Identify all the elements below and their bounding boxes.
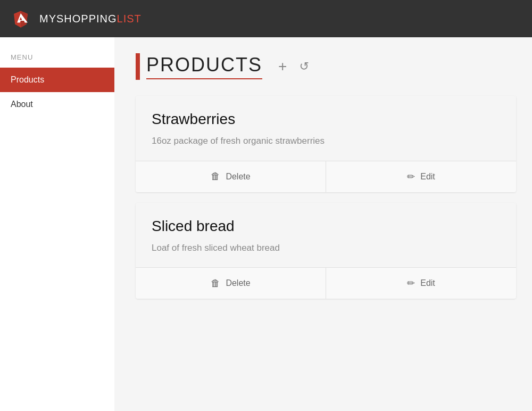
delete-button[interactable]: 🗑 Delete: [136, 268, 326, 299]
product-card-actions: 🗑 Delete ✏ Edit: [136, 267, 516, 299]
product-description: Loaf of fresh sliced wheat bread: [152, 241, 500, 255]
product-list: Strawberries 16oz package of fresh organ…: [136, 96, 516, 299]
page-title-accent: [136, 53, 140, 80]
sidebar-item-about[interactable]: About: [0, 92, 114, 117]
sidebar-item-products[interactable]: Products: [0, 68, 114, 92]
product-card-body: Strawberries 16oz package of fresh organ…: [136, 96, 516, 161]
page-header: PRODUCTS + ↻: [136, 53, 516, 80]
app-title: MYSHOPPINGLIST: [39, 13, 142, 25]
page-title: PRODUCTS: [146, 54, 262, 79]
edit-label: Edit: [420, 278, 435, 288]
edit-button[interactable]: ✏ Edit: [326, 161, 516, 192]
edit-icon: ✏: [407, 171, 415, 183]
delete-button[interactable]: 🗑 Delete: [136, 161, 326, 192]
sidebar-menu-label: MENU: [0, 53, 114, 68]
product-card: Strawberries 16oz package of fresh organ…: [136, 96, 516, 192]
app-logo: [11, 9, 31, 29]
app-header: MYSHOPPINGLIST: [0, 0, 532, 37]
edit-icon: ✏: [407, 277, 415, 289]
delete-label: Delete: [226, 278, 250, 288]
product-card-actions: 🗑 Delete ✏ Edit: [136, 161, 516, 192]
product-card-body: Sliced bread Loaf of fresh sliced wheat …: [136, 203, 516, 268]
delete-label: Delete: [226, 172, 250, 182]
product-name: Sliced bread: [152, 218, 500, 235]
trash-icon: 🗑: [211, 278, 220, 289]
product-card: Sliced bread Loaf of fresh sliced wheat …: [136, 203, 516, 299]
product-name: Strawberries: [152, 111, 500, 128]
product-description: 16oz package of fresh organic strawberri…: [152, 134, 500, 148]
page-title-bar: PRODUCTS: [136, 53, 262, 80]
header-actions: + ↻: [276, 56, 311, 77]
sidebar: MENU Products About: [0, 37, 114, 411]
edit-label: Edit: [420, 172, 435, 182]
refresh-button[interactable]: ↻: [297, 57, 311, 76]
trash-icon: 🗑: [211, 171, 220, 182]
main-content: PRODUCTS + ↻ Strawberries 16oz package o…: [114, 37, 532, 411]
add-product-button[interactable]: +: [276, 56, 289, 77]
edit-button[interactable]: ✏ Edit: [326, 268, 516, 299]
